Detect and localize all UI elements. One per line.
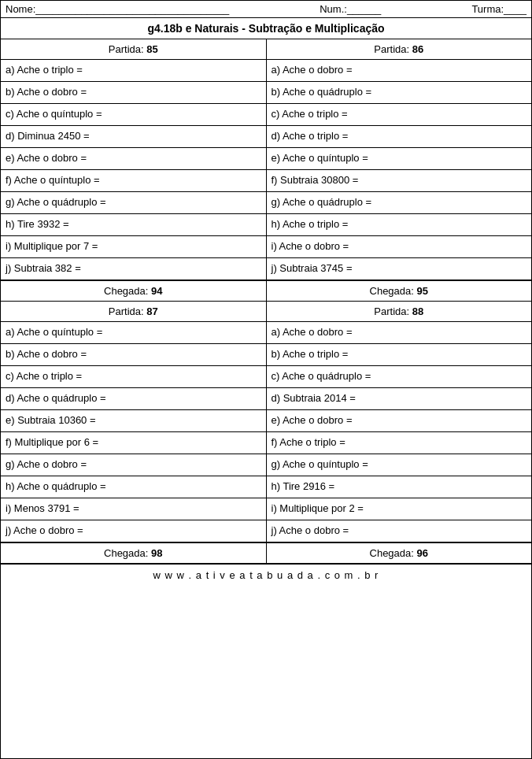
right-col-1: a) Ache o dobro =b) Ache o triplo =c) Ac…: [267, 322, 532, 542]
nome-label: Nome:__________________________________: [6, 3, 229, 15]
right-item-0-7: h) Ache o triplo =: [267, 214, 532, 236]
left-item-0-0: a) Ache o triplo =: [1, 60, 266, 82]
right-item-1-4: e) Ache o dobro =: [267, 410, 532, 432]
left-item-1-1: b) Ache o dobro =: [1, 344, 266, 366]
left-item-0-6: g) Ache o quádruplo =: [1, 192, 266, 214]
left-col-0: a) Ache o triplo =b) Ache o dobro =c) Ac…: [1, 60, 267, 280]
left-chegada-1: Chegada: 98: [1, 543, 267, 563]
turma-label: Turma:____: [471, 3, 526, 15]
right-item-1-6: g) Ache o quíntuplo =: [267, 454, 532, 476]
chegada-row-0: Chegada: 94Chegada: 95: [1, 280, 531, 302]
left-item-0-8: i) Multiplique por 7 =: [1, 236, 266, 258]
chegada-row-1: Chegada: 98Chegada: 96: [1, 542, 531, 564]
right-partida-1: Partida: 88: [267, 302, 532, 321]
left-item-1-5: f) Multiplique por 6 =: [1, 432, 266, 454]
left-item-1-6: g) Ache o dobro =: [1, 454, 266, 476]
right-item-0-2: c) Ache o triplo =: [267, 104, 532, 126]
left-partida-0: Partida: 85: [1, 39, 267, 59]
left-partida-1: Partida: 87: [1, 302, 267, 321]
footer: w w w . a t i v e a t a b u a d a . c o …: [1, 564, 531, 584]
left-item-1-9: j) Ache o dobro =: [1, 520, 266, 542]
partida-row-1: Partida: 87Partida: 88: [1, 302, 531, 322]
right-item-1-0: a) Ache o dobro =: [267, 322, 532, 344]
right-chegada-0: Chegada: 95: [267, 281, 532, 301]
right-item-1-7: h) Tire 2916 =: [267, 476, 532, 498]
page: Nome:__________________________________ …: [0, 0, 532, 759]
left-item-0-1: b) Ache o dobro =: [1, 82, 266, 104]
left-item-1-0: a) Ache o quíntuplo =: [1, 322, 266, 344]
items-row-1: a) Ache o quíntuplo =b) Ache o dobro =c)…: [1, 322, 531, 542]
left-chegada-0: Chegada: 94: [1, 281, 267, 301]
left-item-1-2: c) Ache o triplo =: [1, 366, 266, 388]
right-item-0-3: d) Ache o triplo =: [267, 126, 532, 148]
right-partida-0: Partida: 86: [267, 39, 532, 59]
right-item-1-1: b) Ache o triplo =: [267, 344, 532, 366]
right-item-0-4: e) Ache o quíntuplo =: [267, 148, 532, 170]
right-chegada-1: Chegada: 96: [267, 543, 532, 563]
left-item-0-7: h) Tire 3932 =: [1, 214, 266, 236]
num-label: Num.:______: [320, 3, 381, 15]
title: g4.18b e Naturais - Subtração e Multipli…: [1, 18, 531, 39]
left-item-1-8: i) Menos 3791 =: [1, 498, 266, 520]
header: Nome:__________________________________ …: [1, 1, 531, 18]
right-item-0-5: f) Subtraia 30800 =: [267, 170, 532, 192]
right-item-0-1: b) Ache o quádruplo =: [267, 82, 532, 104]
right-item-1-8: i) Multiplique por 2 =: [267, 498, 532, 520]
sections-container: Partida: 85Partida: 86a) Ache o triplo =…: [1, 39, 531, 564]
items-row-0: a) Ache o triplo =b) Ache o dobro =c) Ac…: [1, 60, 531, 280]
right-item-1-3: d) Subtraia 2014 =: [267, 388, 532, 410]
right-item-1-5: f) Ache o triplo =: [267, 432, 532, 454]
left-col-1: a) Ache o quíntuplo =b) Ache o dobro =c)…: [1, 322, 267, 542]
left-item-0-3: d) Diminua 2450 =: [1, 126, 266, 148]
right-item-0-6: g) Ache o quádruplo =: [267, 192, 532, 214]
right-item-0-8: i) Ache o dobro =: [267, 236, 532, 258]
left-item-1-4: e) Subtraia 10360 =: [1, 410, 266, 432]
right-item-0-0: a) Ache o dobro =: [267, 60, 532, 82]
left-item-1-7: h) Ache o quádruplo =: [1, 476, 266, 498]
left-item-0-9: j) Subtraia 382 =: [1, 258, 266, 280]
right-item-1-2: c) Ache o quádruplo =: [267, 366, 532, 388]
left-item-0-2: c) Ache o quíntuplo =: [1, 104, 266, 126]
right-col-0: a) Ache o dobro =b) Ache o quádruplo =c)…: [267, 60, 532, 280]
right-item-0-9: j) Subtraia 3745 =: [267, 258, 532, 280]
left-item-1-3: d) Ache o quádruplo =: [1, 388, 266, 410]
left-item-0-5: f) Ache o quíntuplo =: [1, 170, 266, 192]
partida-row-0: Partida: 85Partida: 86: [1, 39, 531, 60]
right-item-1-9: j) Ache o dobro =: [267, 520, 532, 542]
left-item-0-4: e) Ache o dobro =: [1, 148, 266, 170]
